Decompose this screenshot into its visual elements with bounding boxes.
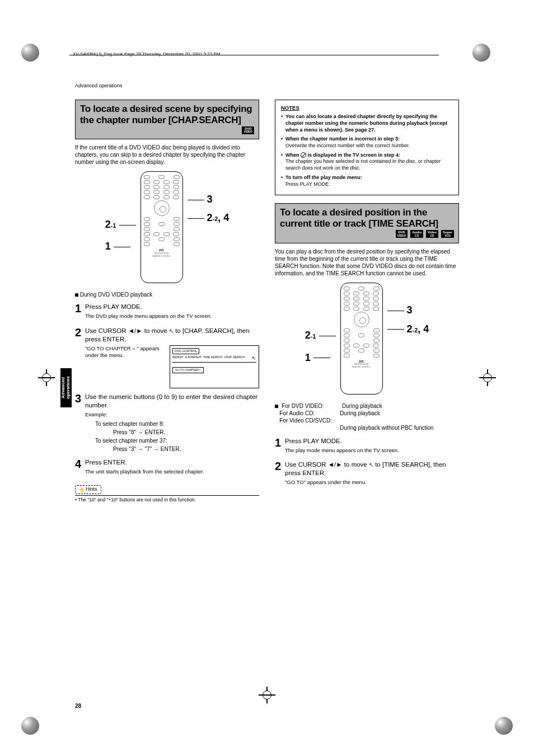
menu-tab-repeat: REPEAT <box>172 355 184 362</box>
for-label: For Video CD/SVCD: <box>279 417 340 424</box>
side-tab: Advanced operations <box>60 368 72 407</box>
crop-mark-bl <box>21 717 39 735</box>
crop-mark-tl <box>21 44 39 62</box>
crosshair-right <box>479 369 496 386</box>
step-num: 1 <box>275 437 285 448</box>
format-badges: DVDVIDEO <box>80 126 254 134</box>
step-1: 1 Press PLAY MODE. The DVD play mode men… <box>75 303 259 322</box>
remote-diagram-right: 2-1 1 JVC <box>275 283 459 395</box>
step-head: Press ENTER. <box>85 458 259 467</box>
menu-tab-chap: CHAP. SEARCH <box>224 355 245 362</box>
hints-rule <box>75 495 259 496</box>
menu-control-label: DVD CONTROL <box>172 348 199 354</box>
note-item: To turn off the play mode menu:Press PLA… <box>281 175 453 187</box>
format-badges: DVDVIDEO AudioCD VideoCD SuperVCD <box>280 230 454 238</box>
badge-super-vcd: SuperVCD <box>441 230 454 238</box>
page-number: 28 <box>75 703 81 709</box>
intro-text: If the current title of a DVD VIDEO disc… <box>75 144 259 166</box>
note-item: When the chapter number is incorrect in … <box>281 136 453 149</box>
menu-tab-ab: A-B REPEAT <box>185 355 202 362</box>
crop-mark-br <box>495 717 513 735</box>
note-item: You can also locate a desired chapter di… <box>281 114 453 133</box>
step-num: 3 <box>75 393 85 404</box>
step-head: Use CURSOR ◄/► to move ↖ to [TIME SEARCH… <box>285 461 459 477</box>
for-label: For Audio CD: <box>279 410 340 417</box>
menu-goto: GO TO CHAPTER = <box>172 367 204 373</box>
step-text: The DVD play mode menu appears on the TV… <box>85 313 259 320</box>
notes-box: NOTES You can also locate a desired chap… <box>275 100 459 195</box>
step-2: 2 Use CURSOR ◄/► to move ↖ to [TIME SEAR… <box>275 461 459 488</box>
diagram-label-1: 1 <box>305 351 336 364</box>
for-value: During playback without PBC function <box>340 424 459 431</box>
right-column: NOTES You can also locate a desired chap… <box>275 100 459 694</box>
diagram-label-3: 3 <box>188 193 229 206</box>
diagram-label-1: 1 <box>105 240 136 253</box>
step-head: Use CURSOR ◄/► to move ↖ to [CHAP. SEARC… <box>85 327 259 344</box>
section-chap-search: To locate a desired scene by specifying … <box>75 100 259 139</box>
step-1: 1 Press PLAY MODE. The play mode menu ap… <box>275 437 459 456</box>
example-line: To select chapter number 37: <box>95 437 259 444</box>
crosshair-left <box>38 369 55 386</box>
step-num: 4 <box>75 458 85 469</box>
example-line: Press "8" → ENTER. <box>113 429 259 436</box>
step-num: 2 <box>75 327 85 338</box>
intro-text: You can play a disc from the desired pos… <box>275 248 459 277</box>
diagram-label-2-2-4: 2-2, 4 <box>188 212 229 224</box>
example-line: To select chapter number 8: <box>95 420 259 428</box>
step-text: The play mode menu appears on the TV scr… <box>285 447 459 454</box>
header-filename: XV-S400BK(J)_Eng.book Page 28 Thursday, … <box>73 51 220 57</box>
step-head: Press PLAY MODE. <box>85 303 259 311</box>
step-3: 3 Use the numeric buttons (0 to 9) to en… <box>75 393 259 454</box>
step-text: The unit starts playback from the select… <box>85 468 259 475</box>
hand-cursor-icon: ↖ <box>252 355 256 362</box>
hints-badge: Hints <box>75 485 101 494</box>
section-title-text: To locate a desired position in the curr… <box>280 207 454 229</box>
diagram-label-3: 3 <box>387 304 429 317</box>
step-text: "GO TO" appears under the menu. <box>285 479 459 486</box>
diagram-label-2-2-4: 2-2, 4 <box>387 323 429 336</box>
example-line: Press "3" → "7" → ENTER. <box>113 445 259 453</box>
step-4: 4 Press ENTER. The unit starts playback … <box>75 458 259 477</box>
remote-diagram-left: 2-1 1 JVC <box>75 171 259 283</box>
badge-dvd-video: DVDVIDEO <box>396 230 408 238</box>
section-time-search: To locate a desired position in the curr… <box>275 203 459 243</box>
playback-condition: ■ During DVD VIDEO playback <box>75 291 259 298</box>
menu-tab-time: TIME SEARCH <box>203 355 222 362</box>
step-num: 2 <box>275 461 285 472</box>
step-num: 1 <box>75 303 85 314</box>
diagram-label-2-1: 2-1 <box>305 329 336 342</box>
crop-mark-tr <box>472 44 490 62</box>
left-column: To locate a desired scene by specifying … <box>75 100 259 694</box>
for-value: During playback <box>342 402 459 410</box>
prohibit-icon <box>301 152 306 158</box>
onscreen-menu-box: DVD CONTROL REPEAT A-B REPEAT TIME SEARC… <box>170 345 259 388</box>
example-label: Example: <box>85 411 259 418</box>
content: To locate a desired scene by specifying … <box>75 100 459 694</box>
badge-audio-cd: AudioCD <box>410 230 423 238</box>
for-table: ■ For DVD VIDEO:During playback For Audi… <box>275 402 459 431</box>
notes-title: NOTES <box>281 105 453 111</box>
step-head: Press PLAY MODE. <box>285 437 459 445</box>
badge-video-cd: VideoCD <box>426 230 438 238</box>
for-value: During playback <box>340 410 459 417</box>
section-title-text: To locate a desired scene by specifying … <box>80 104 254 125</box>
remote-icon: JVC FM-DVD/CD/FMREMOTE CONTROL <box>340 283 383 395</box>
remote-icon: JVC FM-DVD/CD/FMREMOTE CONTROL <box>140 171 183 283</box>
hints-text: • The "10" and "+10" buttons are not use… <box>75 497 259 503</box>
step-2: 2 Use CURSOR ◄/► to move ↖ to [CHAP. SEA… <box>75 327 259 388</box>
diagram-label-2-1: 2-1 <box>105 218 136 231</box>
page: XV-S400BK(J)_Eng.book Page 28 Thursday, … <box>0 0 534 756</box>
note-item: When is displayed in the TV screen in st… <box>281 152 453 172</box>
breadcrumb: Advanced operations <box>75 83 123 88</box>
badge-dvd-video: DVDVIDEO <box>242 126 254 134</box>
step-head: Use the numeric buttons (0 to 9) to ente… <box>85 393 259 410</box>
for-label: For DVD VIDEO: <box>282 402 342 410</box>
